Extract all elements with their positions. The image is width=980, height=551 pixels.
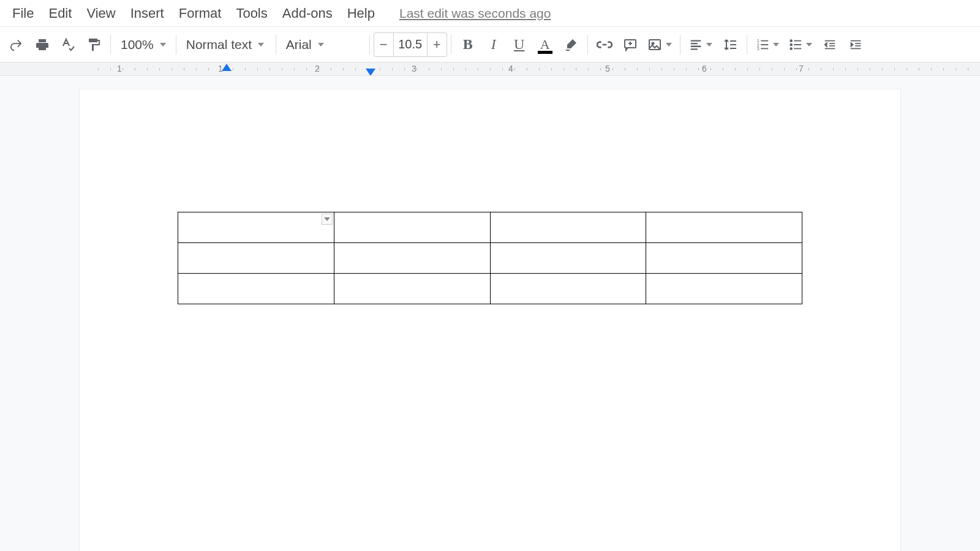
menu-addons[interactable]: Add-ons — [275, 2, 340, 25]
menu-format[interactable]: Format — [172, 2, 229, 25]
font-size-decrease-button[interactable]: − — [374, 32, 393, 57]
table-cell[interactable] — [334, 274, 490, 304]
separator — [176, 35, 176, 54]
caret-down-icon — [160, 43, 166, 47]
separator — [276, 35, 276, 54]
caret-down-icon — [258, 43, 264, 47]
style-value: Normal text — [186, 37, 252, 52]
menu-view[interactable]: View — [79, 2, 123, 25]
table-cell[interactable] — [334, 243, 490, 274]
menu-bar: File Edit View Insert Format Tools Add-o… — [0, 0, 980, 27]
font-size-group: − + — [374, 32, 447, 57]
cell-menu-button[interactable] — [322, 214, 333, 225]
highlight-button[interactable] — [559, 33, 582, 56]
table-cell[interactable] — [646, 212, 802, 243]
font-size-increase-button[interactable]: + — [428, 32, 447, 57]
table-cell[interactable] — [490, 212, 646, 243]
menu-file[interactable]: File — [5, 2, 41, 25]
separator — [587, 35, 588, 54]
align-button[interactable] — [685, 33, 716, 56]
last-edit-link[interactable]: Last edit was seconds ago — [399, 6, 551, 21]
line-spacing-button[interactable] — [718, 33, 742, 56]
zoom-value: 100% — [121, 37, 154, 52]
table-row — [178, 212, 802, 243]
numbered-list-button[interactable]: 123 — [752, 33, 783, 56]
ruler-number: 5 — [605, 64, 610, 73]
first-line-indent-marker[interactable] — [222, 64, 232, 71]
table-cell[interactable] — [178, 212, 334, 243]
caret-down-icon — [706, 43, 712, 47]
separator — [680, 35, 680, 54]
add-comment-button[interactable] — [619, 33, 642, 56]
toolbar: 100% Normal text Arial − + B I U A — [0, 27, 980, 62]
svg-point-8 — [790, 48, 792, 50]
ruler-number: 4 — [508, 64, 513, 73]
table-row — [178, 274, 802, 304]
separator — [369, 35, 370, 54]
document-table[interactable] — [178, 212, 802, 304]
separator — [747, 35, 747, 54]
separator — [110, 35, 111, 54]
page[interactable] — [80, 89, 900, 551]
caret-down-icon — [324, 217, 330, 221]
caret-down-icon — [666, 43, 672, 47]
font-value: Arial — [286, 37, 312, 52]
document-canvas — [0, 76, 980, 551]
ruler-number: 6 — [702, 64, 707, 73]
ruler-number: 1 — [117, 64, 122, 73]
insert-link-button[interactable] — [593, 33, 616, 56]
ruler[interactable]: 11234567 — [0, 62, 980, 76]
ruler-number: 7 — [799, 64, 804, 73]
svg-point-2 — [652, 42, 654, 44]
decrease-indent-button[interactable] — [818, 33, 842, 56]
svg-point-7 — [790, 43, 792, 45]
paint-format-button[interactable] — [82, 33, 105, 56]
table-cell[interactable] — [178, 243, 334, 274]
menu-edit[interactable]: Edit — [41, 2, 79, 25]
font-combo[interactable]: Arial — [280, 33, 366, 56]
spellcheck-button[interactable] — [56, 33, 80, 56]
menu-tools[interactable]: Tools — [228, 2, 274, 25]
menu-insert[interactable]: Insert — [123, 2, 172, 25]
caret-down-icon — [318, 43, 324, 47]
paragraph-style-combo[interactable]: Normal text — [180, 33, 272, 56]
bold-button[interactable]: B — [456, 33, 480, 56]
redo-button[interactable] — [5, 33, 28, 56]
font-size-input[interactable] — [393, 32, 428, 57]
text-color-swatch — [538, 51, 552, 54]
table-cell[interactable] — [490, 243, 646, 274]
table-cell[interactable] — [646, 243, 802, 274]
svg-point-6 — [790, 40, 792, 42]
print-button[interactable] — [31, 33, 54, 56]
text-color-button[interactable]: A — [533, 33, 557, 56]
caret-down-icon — [773, 43, 779, 47]
bulleted-list-button[interactable] — [785, 33, 816, 56]
insert-image-button[interactable] — [644, 33, 675, 56]
table-cell[interactable] — [646, 274, 802, 304]
ruler-number: 3 — [412, 64, 417, 73]
underline-button[interactable]: U — [508, 33, 531, 56]
caret-down-icon — [806, 43, 812, 47]
zoom-combo[interactable]: 100% — [115, 33, 172, 56]
table-cell[interactable] — [178, 274, 334, 304]
separator — [451, 35, 451, 54]
table-row — [178, 243, 802, 274]
table-cell[interactable] — [334, 212, 490, 243]
increase-indent-button[interactable] — [844, 33, 867, 56]
italic-button[interactable]: I — [482, 33, 505, 56]
right-indent-marker[interactable] — [366, 69, 375, 76]
table-cell[interactable] — [490, 274, 646, 304]
svg-text:3: 3 — [757, 46, 760, 51]
menu-help[interactable]: Help — [340, 2, 382, 25]
